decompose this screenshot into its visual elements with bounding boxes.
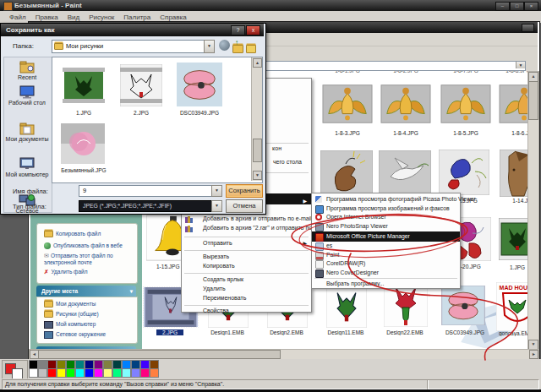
cancel-button[interactable]: Отмена	[226, 199, 263, 213]
submenu-item-nero-photosnap[interactable]: Nero PhotoSnap Viewer	[312, 223, 460, 229]
palette-color[interactable]	[150, 368, 159, 378]
context-menu-item-rename[interactable]: Переименовать	[182, 295, 311, 301]
palette-color[interactable]	[131, 368, 140, 378]
place-shared-pictures[interactable]: Рисунки (общие)	[44, 311, 99, 318]
filename-dropdown-icon[interactable]: ▼	[211, 185, 222, 197]
file-thumbnail[interactable]	[384, 285, 428, 327]
task-email-file[interactable]: ✉Отправить этот файл по электронной почт…	[44, 253, 132, 266]
place-my-computer[interactable]: Мой компьютер	[44, 321, 96, 329]
explorer-close-button[interactable]	[522, 24, 534, 32]
sidebar-item-my-documents[interactable]: Мои документы	[5, 122, 49, 142]
file-label[interactable]: 1-15.JPG	[156, 264, 182, 270]
submenu-item-nero-cover[interactable]: Nero CoverDesigner	[312, 270, 460, 275]
context-menu-item-delete[interactable]: Удалить	[182, 286, 311, 291]
context-menu-item[interactable]: Добавить в архив "2.rar" и отправить по …	[182, 225, 311, 231]
file-list-scrollbar[interactable]: ▲ ▼	[251, 57, 262, 181]
filetype-combobox[interactable]: JPEG (*.JPG;*.JPEG;*.JPE;*.JFIF)	[79, 200, 216, 212]
submenu-item-es[interactable]: es	[312, 242, 460, 248]
context-menu-item-copy[interactable]: Копировать	[182, 263, 311, 269]
other-places-header[interactable]: Другие места ▾	[36, 286, 136, 297]
context-menu-item-shortcut[interactable]: Создать ярлык	[182, 276, 311, 282]
task-copy-file[interactable]: Копировать файл	[44, 231, 101, 237]
context-menu-item-send[interactable]: Отправить▶	[182, 240, 311, 246]
file-label[interactable]: Design2.EMB	[261, 329, 312, 335]
sidebar-item-recent[interactable]: Recent	[5, 60, 49, 80]
task-delete-file[interactable]: ✗Удалить файл	[44, 269, 87, 275]
menu-palette[interactable]: Палитра	[123, 14, 150, 21]
palette-color[interactable]	[112, 368, 122, 378]
dialog-file-label[interactable]: Безымянный.JPG	[57, 167, 110, 173]
submenu-item-ms-picture-manager[interactable]: Microsoft Office Picture Manager	[312, 231, 460, 242]
place-network[interactable]: Сетевое окружение	[44, 331, 106, 339]
palette-color[interactable]	[66, 368, 75, 378]
submenu-item-coreldraw[interactable]: CorelDRAW(R)	[312, 260, 460, 266]
scrollbar-thumb[interactable]	[528, 81, 538, 120]
palette-color[interactable]	[122, 368, 131, 378]
scroll-up-icon[interactable]: ▲	[253, 58, 262, 68]
vertical-scrollbar[interactable]: ▲ ▼	[527, 71, 539, 351]
scrollbar-thumb[interactable]	[38, 350, 281, 359]
file-thumbnail[interactable]	[326, 287, 367, 328]
sidebar-item-desktop[interactable]: Рабочий стол	[5, 85, 49, 106]
file-label[interactable]: Design1.EMB	[202, 329, 253, 335]
save-button[interactable]: Сохранить	[226, 184, 263, 198]
file-thumbnail[interactable]	[439, 150, 489, 195]
palette-color[interactable]	[140, 368, 150, 378]
dialog-file-label[interactable]: DSC03949.JPG	[174, 110, 225, 116]
back-icon[interactable]	[219, 40, 230, 51]
help-button[interactable]: ?	[231, 25, 245, 35]
submenu-item-picasa[interactable]: Программа просмотра фотографий Picasa Ph…	[312, 196, 460, 202]
up-folder-icon[interactable]: ↑	[232, 41, 243, 50]
file-thumbnail[interactable]	[380, 80, 431, 128]
palette-color[interactable]	[94, 368, 103, 378]
dialog-file-thumbnail[interactable]	[177, 62, 222, 107]
file-thumbnail[interactable]	[320, 150, 373, 196]
dialog-file-thumbnail[interactable]	[120, 64, 162, 106]
scroll-down-icon[interactable]: ▼	[253, 171, 262, 180]
menu-view[interactable]: Вид	[68, 14, 79, 21]
palette-color[interactable]	[85, 368, 94, 378]
file-label[interactable]: DSC03949.JPG	[440, 329, 490, 335]
file-label[interactable]: Design11.EMB	[320, 329, 371, 335]
dialog-file-label[interactable]: 2.JPG	[116, 110, 167, 116]
scroll-right-icon[interactable]: ►	[529, 350, 538, 359]
scrollbar-thumb[interactable]	[253, 139, 262, 162]
submenu-item-opera[interactable]: Opera Internet Browser	[312, 214, 460, 220]
palette-color[interactable]	[47, 368, 57, 378]
file-label-selected[interactable]: 2.JPG	[156, 329, 183, 335]
new-folder-icon[interactable]	[246, 41, 256, 50]
submenu-item-choose-program[interactable]: Выбрать программу...	[312, 280, 460, 286]
address-dropdown-icon[interactable]: ▼	[516, 62, 525, 68]
close-button[interactable]: ×	[524, 2, 538, 11]
palette-color[interactable]	[57, 368, 66, 378]
filename-input[interactable]: 9	[79, 185, 216, 197]
context-menu-item-cut[interactable]: Вырезать	[182, 253, 311, 259]
file-thumbnail[interactable]	[440, 80, 491, 128]
file-thumbnail[interactable]	[379, 150, 431, 196]
file-label[interactable]: 1-8-4.JPG	[380, 130, 431, 136]
menu-image[interactable]: Рисунок	[89, 14, 114, 21]
file-label[interactable]: Design22.EMB	[380, 329, 430, 335]
palette-color[interactable]	[29, 368, 38, 378]
palette-color[interactable]	[103, 368, 112, 378]
task-publish-file[interactable]: Опубликовать файл в вебе	[44, 242, 123, 249]
file-thumbnail[interactable]	[322, 80, 373, 128]
dialog-file-label[interactable]: 1.JPG	[58, 110, 109, 116]
maximize-button[interactable]: □	[510, 2, 524, 11]
filetype-dropdown-icon[interactable]: ▼	[211, 200, 222, 212]
folder-dropdown-icon[interactable]: ▼	[204, 40, 215, 53]
menu-file[interactable]: Файл	[9, 14, 26, 21]
folder-combobox[interactable]: Мои рисунки	[52, 40, 205, 53]
dialog-file-thumbnail[interactable]	[61, 123, 105, 164]
dialog-close-button[interactable]: x	[246, 25, 260, 35]
menu-edit[interactable]: Правка	[36, 14, 58, 21]
file-label[interactable]: 1-8-3.JPG	[322, 130, 373, 136]
file-label[interactable]: 1-8-5.JPG	[440, 130, 491, 136]
sidebar-item-my-computer[interactable]: Мой компьютер	[5, 157, 49, 177]
context-menu-item-properties[interactable]: Свойства	[182, 308, 311, 313]
minimize-button[interactable]: –	[495, 2, 510, 11]
submenu-item-paint[interactable]: Paint	[312, 252, 460, 258]
dialog-file-thumbnail[interactable]	[63, 64, 105, 106]
menu-help[interactable]: Справка	[160, 14, 186, 21]
place-my-documents[interactable]: Мои документы	[44, 301, 96, 308]
